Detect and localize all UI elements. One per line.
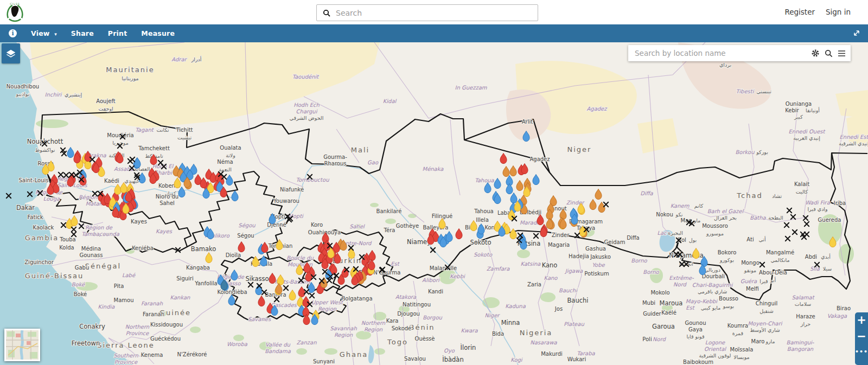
- cilss-logo: CILSS: [4, 2, 25, 23]
- map-label: Gabu: [75, 265, 90, 271]
- map-label: Zamfara: [487, 266, 510, 272]
- info-icon[interactable]: i: [9, 29, 17, 37]
- map-label: Taraba: [577, 350, 595, 356]
- map-label: Agadez: [529, 156, 550, 162]
- map-label: Ouèssè: [415, 336, 435, 342]
- map-label: الحوض الشرقي: [290, 115, 324, 121]
- map-label: إينشيري: [65, 92, 82, 98]
- overview-map[interactable]: [4, 329, 40, 361]
- map-label: Haraze: [796, 313, 815, 319]
- map-label: Bankilaré: [376, 208, 402, 214]
- map-label: Tambacounda: [81, 231, 119, 237]
- map-label: Kindia: [98, 304, 116, 310]
- layers-button[interactable]: [2, 43, 20, 63]
- map-label: Bokoro: [718, 249, 737, 255]
- map-label: بحر الغزال: [714, 215, 737, 221]
- map-label: سيلا: [823, 266, 832, 272]
- map-label: Southern: [113, 353, 138, 358]
- menu-print[interactable]: Print: [108, 29, 127, 37]
- map-label: Kalait: [794, 181, 809, 187]
- map-label: Koro: [311, 222, 323, 228]
- map-label: Ennedi Est: [840, 134, 868, 140]
- map-label: بوكورو: [719, 257, 734, 263]
- signin-link[interactable]: Sign in: [826, 8, 851, 16]
- map-label: Mali: [351, 146, 369, 154]
- map-label: Bangoran: [787, 346, 814, 353]
- map-label: Extrême-: [669, 275, 694, 281]
- menu-view[interactable]: View ▾: [31, 29, 57, 37]
- map-label: Abou-Déia: [759, 270, 787, 276]
- map-label: Maroua: [660, 299, 683, 307]
- map-label: Sokodé: [392, 325, 412, 331]
- map-label: Salamat: [792, 294, 815, 300]
- map-label: Niger: [567, 145, 592, 153]
- search-input[interactable]: [335, 8, 538, 18]
- map-label: Region: [318, 306, 337, 312]
- map-label: Touba: [59, 236, 75, 242]
- map-label: Kanem: [671, 203, 690, 209]
- gear-icon[interactable]: [811, 49, 820, 57]
- map-label: Zinder: [552, 232, 570, 238]
- map-label: Mauritanie: [106, 66, 154, 74]
- map-label: Kaédi: [104, 178, 119, 184]
- map-label: Tichitt: [175, 127, 193, 133]
- menu-icon[interactable]: [838, 50, 846, 57]
- map-label: Northern: [125, 324, 150, 330]
- zoom-out-button[interactable]: −: [855, 329, 868, 345]
- fullscreen-icon[interactable]: [853, 29, 860, 37]
- map-label: Batha: [750, 215, 766, 221]
- map-label: Region: [364, 326, 383, 333]
- map-label: Sokoto: [470, 239, 491, 246]
- map-label: البطحة: [768, 215, 783, 221]
- map-label: Taoudénit: [292, 74, 320, 80]
- map-label: Inchiri: [45, 92, 62, 98]
- map-label: قمرة: [732, 330, 743, 336]
- map-label: Sokoto: [474, 252, 493, 258]
- map-label: Bandama: [265, 348, 291, 354]
- register-link[interactable]: Register: [784, 8, 815, 16]
- map-label: Malanville: [430, 265, 457, 271]
- map-label: Boké: [74, 291, 87, 297]
- map-label: Djougou: [397, 311, 420, 317]
- map-canvas[interactable]: MauritanieموريتانياMaliNigerTchadتشادSén…: [0, 42, 868, 365]
- map-label: Tagant: [135, 127, 154, 133]
- more-options-button[interactable]: •••: [855, 348, 868, 355]
- map-label: Louga: [43, 196, 60, 202]
- map-label: Chari-Baguirmi: [692, 282, 733, 289]
- map-label: Guéckédou: [150, 336, 181, 342]
- map-label: Nioro du: [156, 194, 178, 200]
- map-label: Kebbi: [450, 273, 465, 279]
- map-label: أبو: [770, 277, 776, 283]
- map-label: Bolgatanga: [341, 296, 372, 302]
- map-label: نواكشوط: [35, 147, 55, 153]
- zoom-in-button[interactable]: +: [855, 312, 868, 329]
- menu-measure[interactable]: Measure: [141, 29, 175, 37]
- map-label: Agadez: [586, 106, 608, 112]
- map-label: مونقو: [744, 267, 756, 273]
- map-label: Est: [686, 305, 695, 311]
- menu-share[interactable]: Share: [71, 29, 94, 37]
- location-search-input[interactable]: [634, 48, 811, 58]
- map-label: Ati: [746, 236, 754, 242]
- map-label: Bauchi: [567, 297, 588, 304]
- map-label: سلامات: [795, 301, 812, 307]
- map-label: Region: [334, 332, 353, 338]
- map-label: Est: [391, 261, 400, 267]
- map-label: Koumra: [727, 323, 749, 329]
- map-label: Tahoua: [474, 208, 494, 214]
- map-label: البحيرة: [668, 230, 683, 236]
- map-label: Faranah: [141, 300, 163, 306]
- map-label: Niamey: [407, 238, 431, 246]
- map-label: Ìlorin: [461, 343, 476, 351]
- map-label: اوجفت: [98, 106, 113, 112]
- map-label: قيرا: [760, 278, 768, 284]
- map-label: Borgou: [423, 315, 442, 321]
- map-label: Borkou: [736, 149, 755, 155]
- map-label: Maro: [751, 338, 765, 344]
- map-label: Chinguil: [756, 300, 778, 306]
- map-label: Oriental: [704, 346, 726, 352]
- map-label: Bamako: [191, 245, 216, 253]
- map-label: Vallée du: [265, 342, 291, 348]
- search-icon[interactable]: [825, 49, 833, 57]
- map-label: Togo: [387, 338, 408, 346]
